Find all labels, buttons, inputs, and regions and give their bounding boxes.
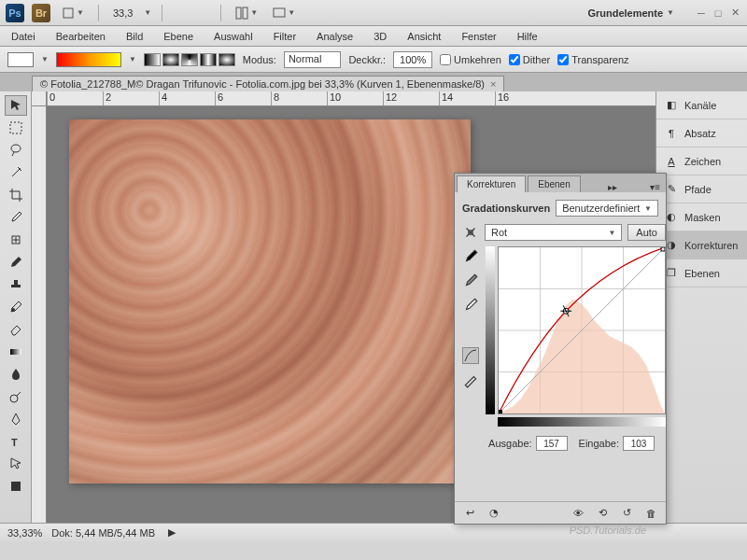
panel-zeichen[interactable]: AZeichen bbox=[656, 147, 747, 175]
hand-tool-icon[interactable] bbox=[173, 11, 180, 15]
menu-datei[interactable]: Datei bbox=[7, 29, 39, 44]
heal-tool[interactable] bbox=[5, 230, 27, 250]
ruler-vertical bbox=[32, 106, 47, 523]
curves-preset-select[interactable]: Benutzerdefiniert▼ bbox=[556, 200, 658, 217]
gradient-diamond-icon[interactable] bbox=[218, 53, 235, 66]
panel-tab-korrekturen[interactable]: Korrekturen bbox=[457, 175, 526, 192]
eyedropper-tool[interactable] bbox=[5, 207, 27, 228]
gradient-radial-icon[interactable] bbox=[162, 53, 179, 66]
tool-preset-icon[interactable] bbox=[7, 52, 34, 67]
menu-filter[interactable]: Filter bbox=[270, 29, 300, 44]
panel-ebenen[interactable]: ❐Ebenen bbox=[656, 259, 747, 287]
rotate-view-icon[interactable] bbox=[203, 11, 210, 15]
screen-mode-dropdown[interactable]: ▼ bbox=[269, 5, 299, 21]
curve-mode-icon[interactable] bbox=[462, 347, 479, 364]
menu-3d[interactable]: 3D bbox=[370, 29, 390, 44]
visibility-icon[interactable]: 👁 bbox=[571, 506, 585, 521]
modus-select[interactable]: Normal bbox=[284, 51, 341, 68]
move-tool[interactable] bbox=[5, 95, 27, 116]
marquee-tool[interactable] bbox=[5, 118, 27, 138]
eraser-tool[interactable] bbox=[5, 319, 27, 340]
menu-bearbeiten[interactable]: Bearbeiten bbox=[52, 29, 109, 44]
watermark: PSD.Tutorials.de bbox=[570, 525, 646, 536]
panel-tab-ebenen[interactable]: Ebenen bbox=[528, 175, 580, 192]
minimize-icon[interactable]: ─ bbox=[695, 7, 708, 20]
svg-rect-6 bbox=[10, 122, 21, 133]
delete-icon[interactable]: 🗑 bbox=[643, 506, 658, 521]
menu-auswahl[interactable]: Auswahl bbox=[210, 29, 257, 44]
path-select-tool[interactable] bbox=[5, 454, 27, 474]
close-tab-icon[interactable]: × bbox=[490, 78, 496, 90]
modus-label: Modus: bbox=[243, 54, 276, 65]
svg-point-7 bbox=[11, 145, 21, 152]
gradient-preview[interactable] bbox=[56, 52, 121, 67]
ausgabe-label: Ausgabe: bbox=[488, 438, 531, 449]
reset-icon[interactable]: ↺ bbox=[619, 506, 634, 521]
gradient-tool[interactable] bbox=[5, 342, 27, 362]
close-icon[interactable]: ✕ bbox=[728, 7, 741, 20]
clip-icon[interactable]: ◔ bbox=[486, 506, 501, 521]
menu-hilfe[interactable]: Hilfe bbox=[514, 29, 542, 44]
crop-tool[interactable] bbox=[5, 185, 27, 205]
panel-korrekturen[interactable]: ◑Korrekturen bbox=[656, 231, 747, 259]
shape-tool[interactable] bbox=[5, 476, 27, 497]
document-tab-bar: © Fotolia_212788_M© Dragan Trifunovic - … bbox=[0, 73, 747, 91]
status-zoom[interactable]: 33,33% bbox=[7, 527, 42, 539]
document-tab[interactable]: © Fotolia_212788_M© Dragan Trifunovic - … bbox=[32, 76, 504, 91]
gradient-angle-icon[interactable] bbox=[181, 53, 198, 66]
dodge-tool[interactable] bbox=[5, 386, 27, 407]
panel-absatz[interactable]: ¶Absatz bbox=[656, 119, 747, 147]
white-eyedropper-icon[interactable] bbox=[462, 297, 479, 314]
black-eyedropper-icon[interactable] bbox=[462, 248, 479, 265]
lasso-tool[interactable] bbox=[5, 140, 27, 161]
svg-rect-0 bbox=[63, 8, 73, 18]
workspace-switcher[interactable]: Grundelemente▼ bbox=[582, 7, 680, 19]
input-gradient bbox=[498, 417, 666, 427]
opacity-input[interactable] bbox=[393, 51, 432, 68]
gray-eyedropper-icon[interactable] bbox=[462, 273, 479, 289]
gradient-linear-icon[interactable] bbox=[144, 53, 161, 66]
return-icon[interactable]: ↩ bbox=[462, 506, 477, 521]
panel-pfade[interactable]: ✎Pfade bbox=[656, 175, 747, 203]
transparenz-checkbox[interactable]: Transparenz bbox=[557, 54, 628, 65]
character-icon: A bbox=[664, 154, 679, 169]
menu-bild[interactable]: Bild bbox=[122, 29, 147, 44]
menu-ebene[interactable]: Ebene bbox=[160, 29, 197, 44]
deckr-label: Deckkr.: bbox=[348, 54, 386, 65]
stamp-tool[interactable] bbox=[5, 274, 27, 295]
document-image[interactable] bbox=[69, 119, 471, 483]
channel-select[interactable]: Rot▼ bbox=[485, 224, 622, 241]
panel-kanaele[interactable]: ◧Kanäle bbox=[656, 91, 747, 119]
pencil-mode-icon[interactable] bbox=[462, 371, 479, 388]
panel-expand-icon[interactable]: ▸▸ bbox=[602, 182, 623, 192]
curve-graph[interactable] bbox=[498, 246, 666, 414]
prev-state-icon[interactable]: ⟲ bbox=[595, 506, 610, 521]
menu-ansicht[interactable]: Ansicht bbox=[403, 29, 444, 44]
output-gradient bbox=[486, 246, 495, 414]
gradient-reflected-icon[interactable] bbox=[200, 53, 217, 66]
paragraph-icon: ¶ bbox=[664, 126, 679, 141]
eingabe-input[interactable] bbox=[623, 436, 655, 451]
zoom-percentage[interactable]: 33,3 bbox=[109, 7, 136, 19]
type-tool[interactable]: T bbox=[5, 431, 27, 452]
umkehren-checkbox[interactable]: Umkehren bbox=[440, 54, 501, 65]
auto-button[interactable]: Auto bbox=[627, 224, 666, 241]
layout-dropdown[interactable]: ▼ bbox=[58, 5, 88, 21]
arrange-docs-dropdown[interactable]: ▼ bbox=[232, 5, 261, 21]
panel-masken[interactable]: ◐Masken bbox=[656, 203, 747, 231]
zoom-tool-icon[interactable] bbox=[188, 11, 195, 15]
maximize-icon[interactable]: □ bbox=[712, 7, 725, 20]
brush-tool[interactable] bbox=[5, 252, 27, 273]
wand-tool[interactable] bbox=[5, 162, 27, 183]
ausgabe-input[interactable] bbox=[536, 436, 568, 451]
panel-menu-icon[interactable]: ▾≡ bbox=[644, 182, 666, 192]
dither-checkbox[interactable]: Dither bbox=[509, 54, 550, 65]
photoshop-icon[interactable]: Ps bbox=[6, 4, 24, 22]
menu-fenster[interactable]: Fenster bbox=[458, 29, 500, 44]
menu-analyse[interactable]: Analyse bbox=[313, 29, 357, 44]
blur-tool[interactable] bbox=[5, 364, 27, 385]
pen-tool[interactable] bbox=[5, 409, 27, 429]
history-brush-tool[interactable] bbox=[5, 297, 27, 317]
target-adjust-icon[interactable] bbox=[462, 224, 479, 241]
bridge-icon[interactable]: Br bbox=[32, 4, 50, 22]
